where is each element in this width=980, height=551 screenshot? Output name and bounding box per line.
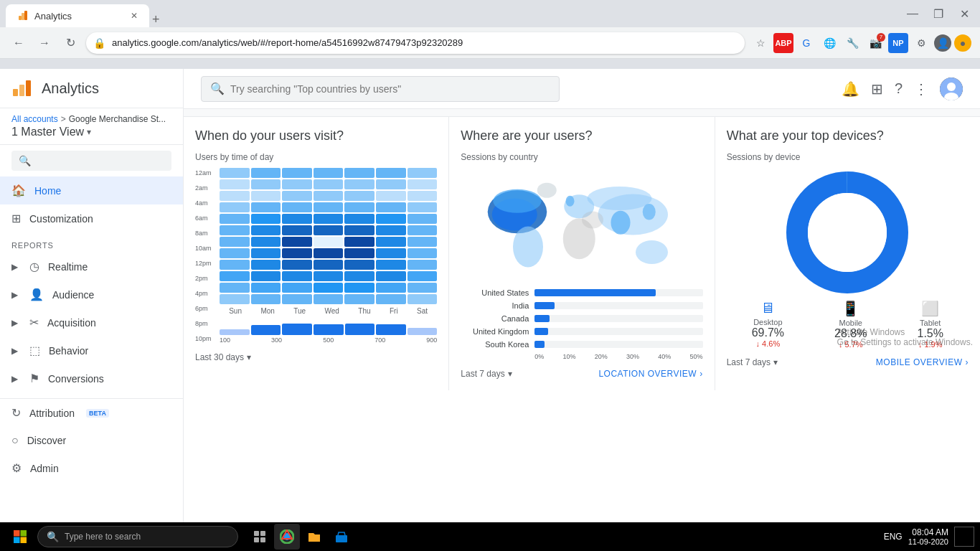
- sidebar-item-discover[interactable]: ○ Discover: [0, 427, 183, 454]
- analytics-logo: [11, 77, 33, 99]
- tab-title: Analytics: [34, 11, 72, 22]
- active-tab[interactable]: Analytics ✕: [6, 4, 149, 27]
- time-label-2am: 2am: [195, 184, 217, 192]
- heatmap-cell-11-4: [344, 294, 374, 304]
- chrome-icon: [280, 529, 294, 544]
- ext1-icon[interactable]: 🌐: [819, 33, 839, 53]
- location-overview-link[interactable]: LOCATION OVERVIEW ›: [598, 369, 702, 379]
- taskbar-store[interactable]: [329, 524, 354, 550]
- svg-rect-2: [24, 11, 27, 20]
- sidebar-item-conversions[interactable]: ▶ ⚑ Conversions: [0, 364, 183, 392]
- main-search-box[interactable]: 🔍: [201, 76, 560, 102]
- taskbar-task-view[interactable]: [247, 524, 273, 550]
- minimize-button[interactable]: —: [903, 4, 923, 24]
- x-label-700: 700: [374, 336, 385, 344]
- country-kr-label: South Korea: [461, 340, 529, 349]
- profile-icon[interactable]: 👤: [934, 34, 951, 52]
- user-avatar[interactable]: [940, 77, 963, 100]
- ext3-icon[interactable]: 📷 7: [865, 33, 885, 53]
- tab-close-icon[interactable]: ✕: [131, 11, 138, 21]
- heatmap-cell-1-6: [407, 179, 438, 189]
- country-bars: United States India Canada: [461, 288, 702, 360]
- tray-language: ENG: [884, 532, 903, 542]
- np-icon[interactable]: NP: [888, 33, 908, 53]
- heatmap-cell-8-5: [376, 260, 406, 270]
- sidebar-item-home[interactable]: 🏠 Home: [0, 176, 183, 204]
- conversions-icon: ⚑: [29, 372, 39, 385]
- sidebar-item-audience[interactable]: ▶ 👤 Audience: [0, 281, 183, 309]
- sidebar: Analytics All accounts > Google Merchand…: [0, 69, 184, 551]
- bookmark-icon[interactable]: ☆: [750, 33, 771, 53]
- heatmap-cell-6-4: [344, 237, 374, 247]
- heatmap-cell-7-2: [282, 248, 312, 258]
- show-desktop-button[interactable]: [954, 527, 974, 547]
- lock-icon: 🔒: [93, 37, 105, 49]
- sidebar-item-attribution[interactable]: ↻ Attribution BETA: [0, 399, 183, 427]
- heatmap-cell-3-5: [376, 202, 406, 212]
- svg-point-19: [643, 204, 656, 220]
- taskbar-search-box[interactable]: 🔍 Type here to search: [37, 526, 238, 547]
- heatmap-cell-0-1: [251, 168, 281, 178]
- notifications-icon[interactable]: 🔔: [842, 80, 859, 98]
- nav-search-icon: 🔍: [19, 155, 31, 166]
- close-button[interactable]: ✕: [954, 4, 974, 24]
- view-selector[interactable]: 1 Master View ▾: [11, 126, 171, 138]
- behavior-label: Behavior: [49, 345, 88, 357]
- heatmap-cell-4-4: [344, 214, 374, 224]
- where-chart-label: Sessions by country: [461, 152, 702, 162]
- svg-point-20: [636, 240, 668, 264]
- acquisition-expand-icon: ▶: [11, 318, 18, 328]
- maximize-button[interactable]: ❐: [928, 4, 948, 24]
- devices-footer: Last 7 days ▾ MOBILE OVERVIEW ›: [727, 357, 969, 367]
- google-icon[interactable]: G: [796, 33, 816, 53]
- when-panel: When do your users visit? Users by time …: [184, 117, 449, 390]
- x-label-900: 900: [426, 336, 437, 344]
- sidebar-item-realtime[interactable]: ▶ ◷ Realtime: [0, 253, 183, 281]
- country-row-us: United States: [461, 288, 702, 297]
- more-options-icon[interactable]: ⋮: [914, 80, 928, 98]
- apps-icon[interactable]: ⊞: [871, 80, 883, 98]
- svg-rect-3: [13, 89, 18, 96]
- sidebar-item-customization[interactable]: ⊞ Customization: [0, 204, 183, 232]
- mobile-arrow-icon: ›: [965, 357, 969, 367]
- behavior-expand-icon: ▶: [11, 346, 18, 356]
- when-time-filter[interactable]: Last 30 days ▾: [195, 352, 251, 362]
- mobile-overview-link[interactable]: MOBILE OVERVIEW ›: [876, 357, 969, 367]
- day-totals-chart: [220, 321, 437, 335]
- discover-label: Discover: [27, 435, 66, 446]
- forward-button[interactable]: →: [34, 33, 55, 53]
- taskbar-chrome[interactable]: [274, 524, 300, 550]
- ga-favicon: [17, 10, 29, 22]
- abp-icon[interactable]: ABP: [773, 33, 793, 53]
- nav-search-input[interactable]: [37, 156, 164, 166]
- help-icon[interactable]: ?: [895, 80, 903, 97]
- taskbar-file-explorer[interactable]: [301, 524, 327, 550]
- svg-rect-33: [254, 537, 259, 542]
- start-button[interactable]: [6, 522, 34, 551]
- heatmap-cell-7-0: [220, 248, 250, 258]
- svg-point-21: [537, 183, 557, 198]
- where-time-filter[interactable]: Last 7 days ▾: [461, 369, 512, 379]
- address-bar-wrap: 🔒: [86, 32, 745, 54]
- new-tab-button[interactable]: +: [152, 12, 160, 27]
- sidebar-item-admin[interactable]: ⚙ Admin: [0, 454, 183, 482]
- sidebar-item-behavior[interactable]: ▶ ⬚ Behavior: [0, 336, 183, 364]
- heatmap-grid-container: Sun Mon Tue Wed Thu Fri Sat: [220, 168, 437, 344]
- axis-40: 40%: [658, 353, 671, 360]
- address-bar[interactable]: [86, 32, 745, 54]
- svg-point-11: [493, 189, 542, 213]
- main-header: 🔍 🔔 ⊞ ? ⋮: [184, 69, 980, 109]
- account-icon[interactable]: ●: [954, 34, 971, 52]
- sidebar-item-acquisition[interactable]: ▶ ✂ Acquisition: [0, 309, 183, 336]
- ext2-icon[interactable]: 🔧: [842, 33, 862, 53]
- heatmap-cell-0-2: [282, 168, 312, 178]
- bar-sun: [220, 329, 250, 335]
- refresh-button[interactable]: ↻: [60, 33, 80, 53]
- bar-fri: [376, 324, 406, 335]
- back-button[interactable]: ←: [9, 33, 29, 53]
- all-accounts-link[interactable]: All accounts: [11, 114, 58, 124]
- extensions-icon[interactable]: ⚙: [911, 33, 931, 53]
- where-footer: Last 7 days ▾ LOCATION OVERVIEW ›: [461, 369, 702, 379]
- main-search-input[interactable]: [230, 83, 550, 95]
- devices-time-filter[interactable]: Last 7 days ▾: [727, 357, 778, 367]
